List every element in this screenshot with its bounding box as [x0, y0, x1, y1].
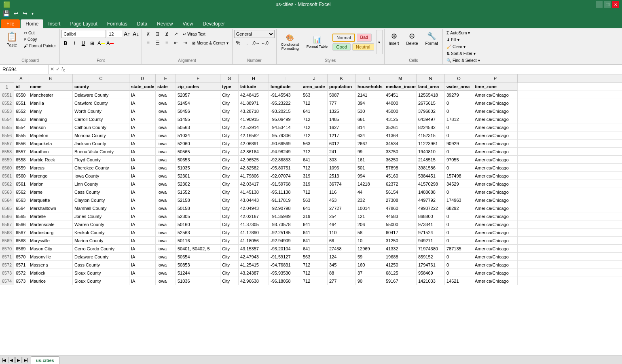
- cell[interactable]: 1325: [328, 107, 356, 115]
- table-row[interactable]: 65656564MarshalltownMarshall CountyIAIow…: [0, 204, 622, 212]
- cell[interactable]: 42.02167: [239, 212, 269, 220]
- cell[interactable]: IA: [129, 107, 156, 115]
- cell[interactable]: Manchester: [28, 91, 73, 99]
- border-button[interactable]: ⊞: [88, 39, 96, 47]
- delete-button[interactable]: ⊖ Delete: [404, 30, 421, 47]
- cell[interactable]: America/Chicago: [473, 220, 518, 229]
- fill-color-button[interactable]: A: [97, 39, 105, 47]
- cell[interactable]: IA: [129, 269, 156, 277]
- col-header-c[interactable]: C: [73, 74, 129, 83]
- col-header-i[interactable]: I: [269, 74, 301, 83]
- increase-decimal-button[interactable]: .0→: [252, 39, 260, 47]
- cell[interactable]: City: [220, 212, 239, 220]
- cell[interactable]: Iowa: [156, 237, 176, 245]
- cell[interactable]: state_code: [129, 83, 156, 91]
- cell[interactable]: 563: [301, 140, 328, 148]
- cell[interactable]: Delaware County: [73, 91, 129, 99]
- cell[interactable]: -92.25185: [269, 229, 301, 237]
- cell[interactable]: 712: [301, 164, 328, 172]
- cell[interactable]: Maurice: [28, 277, 73, 285]
- cell[interactable]: 66: [328, 237, 356, 245]
- cell[interactable]: 0: [445, 188, 473, 196]
- cell[interactable]: 50401, 50402, 5: [176, 245, 220, 253]
- cell[interactable]: Martensdale: [28, 220, 73, 229]
- cell[interactable]: 43.28718: [239, 107, 269, 115]
- cell[interactable]: 6560: [14, 172, 28, 180]
- cell[interactable]: 50853: [176, 261, 220, 269]
- cell[interactable]: 0: [445, 269, 473, 277]
- cell[interactable]: 41364: [384, 131, 417, 140]
- styles-more-button[interactable]: ▾: [376, 30, 383, 54]
- cell[interactable]: City: [220, 180, 239, 188]
- cell[interactable]: 45000: [384, 107, 417, 115]
- cell[interactable]: 124: [328, 253, 356, 261]
- cell[interactable]: Clayton County: [73, 196, 129, 204]
- cell[interactable]: America/Chicago: [473, 204, 518, 212]
- cell[interactable]: water_area: [445, 83, 473, 91]
- cell[interactable]: America/Chicago: [473, 180, 518, 188]
- cell[interactable]: -91.17819: [269, 196, 301, 204]
- cell[interactable]: 42.82582: [239, 164, 269, 172]
- format-painter-button[interactable]: 🖌 Format Painter: [22, 43, 58, 49]
- cell[interactable]: IA: [129, 123, 156, 131]
- cell[interactable]: 88: [328, 269, 356, 277]
- number-format-select[interactable]: General Number Currency Percentage: [234, 30, 275, 38]
- cell[interactable]: 712: [301, 188, 328, 196]
- cell[interactable]: 277: [328, 277, 356, 285]
- cancel-formula-button[interactable]: ✕: [50, 66, 54, 72]
- cell[interactable]: Iowa: [156, 245, 176, 253]
- cell[interactable]: 50116: [176, 237, 220, 245]
- cell[interactable]: 777: [328, 99, 356, 107]
- cell[interactable]: 319: [301, 212, 328, 220]
- cell[interactable]: type: [220, 83, 239, 91]
- cell[interactable]: Iowa: [156, 123, 176, 131]
- cell[interactable]: City: [220, 277, 239, 285]
- cell[interactable]: 14218: [356, 180, 384, 188]
- cell[interactable]: Iowa: [156, 115, 176, 123]
- col-header-k[interactable]: K: [328, 74, 356, 83]
- cell[interactable]: 712: [301, 277, 328, 285]
- cell[interactable]: America/Chicago: [473, 253, 518, 261]
- cell[interactable]: 51455: [176, 115, 220, 123]
- cell[interactable]: -95.11138: [269, 188, 301, 196]
- orientation-button[interactable]: ↗: [171, 30, 180, 38]
- cell[interactable]: IA: [129, 140, 156, 148]
- cell[interactable]: America/Chicago: [473, 229, 518, 237]
- cell[interactable]: Sioux County: [73, 269, 129, 277]
- cell[interactable]: 0: [445, 164, 473, 172]
- cell[interactable]: 11223961: [417, 140, 445, 148]
- cell[interactable]: 52302: [176, 180, 220, 188]
- style-bad[interactable]: Bad: [357, 34, 372, 42]
- tab-file[interactable]: File: [1, 19, 20, 28]
- cell[interactable]: Iowa: [156, 164, 176, 172]
- cell[interactable]: America/Chicago: [473, 269, 518, 277]
- cell[interactable]: Mason City: [28, 245, 73, 253]
- cell[interactable]: 62372: [384, 180, 417, 188]
- cell[interactable]: -93.20104: [269, 245, 301, 253]
- fill-button[interactable]: ⬇ Fill▾: [444, 37, 461, 43]
- cell[interactable]: IA: [129, 172, 156, 180]
- table-row[interactable]: 65576556MaquoketaJackson CountyIAIowa520…: [0, 140, 622, 148]
- cell[interactable]: 34534: [384, 140, 417, 148]
- cell[interactable]: county: [73, 83, 129, 91]
- cell[interactable]: IA: [129, 180, 156, 188]
- increase-indent-button[interactable]: ⇥: [181, 39, 190, 47]
- cell[interactable]: 10014: [356, 204, 384, 212]
- cell[interactable]: Massena: [28, 261, 73, 269]
- cell[interactable]: 563: [301, 253, 328, 261]
- col-header-l[interactable]: L: [356, 74, 384, 83]
- cell[interactable]: 6573: [14, 277, 28, 285]
- cell[interactable]: 41250: [384, 261, 417, 269]
- cell[interactable]: 0: [445, 99, 473, 107]
- cell[interactable]: Cherokee County: [73, 164, 129, 172]
- cell[interactable]: IA: [129, 237, 156, 245]
- cell[interactable]: Jones County: [73, 212, 129, 220]
- cell[interactable]: Marne: [28, 188, 73, 196]
- cell[interactable]: 42.96525: [239, 156, 269, 164]
- cell[interactable]: 14621: [445, 277, 473, 285]
- cell[interactable]: 0: [445, 123, 473, 131]
- cell[interactable]: -95.93530: [269, 269, 301, 277]
- wrap-text-button[interactable]: ↵ Wrap Text: [181, 31, 207, 37]
- cell[interactable]: Monona County: [73, 131, 129, 140]
- tab-data[interactable]: Data: [132, 19, 152, 28]
